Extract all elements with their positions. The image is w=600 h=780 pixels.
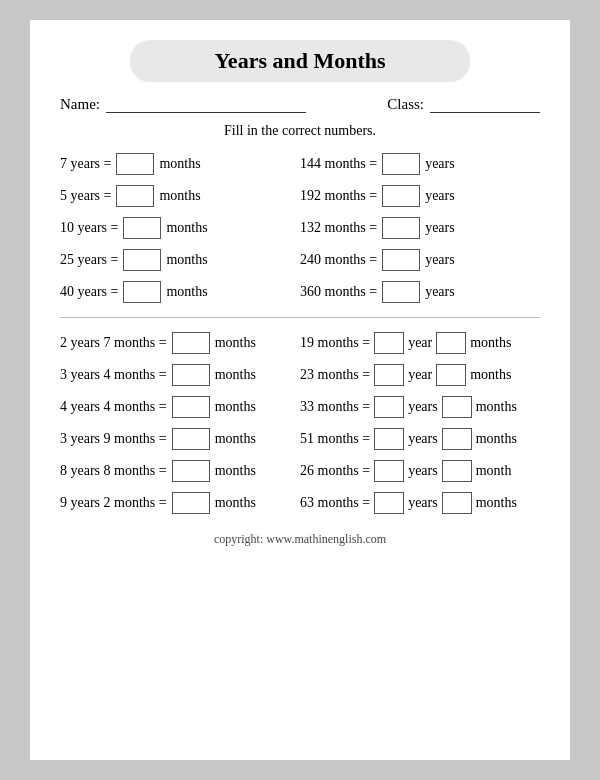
unit2-label: month	[476, 463, 512, 479]
question-label: 132 months =	[300, 220, 377, 236]
right-col: 132 months = years	[300, 217, 540, 239]
unit1-label: years	[408, 399, 438, 415]
answer-input[interactable]	[382, 185, 420, 207]
name-label: Name:	[60, 96, 100, 113]
question-label: 2 years 7 months =	[60, 335, 167, 351]
name-class-row: Name: Class:	[60, 96, 540, 113]
answer-input-1[interactable]	[374, 364, 404, 386]
unit2-label: months	[470, 367, 511, 383]
answer-input[interactable]	[172, 396, 210, 418]
left-col: 5 years = months	[60, 185, 300, 207]
left-col: 9 years 2 months = months	[60, 492, 300, 514]
question-label: 19 months =	[300, 335, 370, 351]
answer-input[interactable]	[382, 217, 420, 239]
answer-input[interactable]	[382, 281, 420, 303]
unit2-label: months	[476, 495, 517, 511]
left-col: 25 years = months	[60, 249, 300, 271]
right-col: 23 months =year months	[300, 364, 540, 386]
question-label: 3 years 4 months =	[60, 367, 167, 383]
answer-input-1[interactable]	[374, 428, 404, 450]
table-row: 8 years 8 months = months26 months =year…	[60, 460, 540, 482]
right-col: 63 months =years months	[300, 492, 540, 514]
unit-label: years	[425, 252, 455, 268]
answer-input[interactable]	[382, 153, 420, 175]
section1: 7 years = months144 months = years5 year…	[60, 153, 540, 303]
answer-input[interactable]	[172, 364, 210, 386]
instruction-text: Fill in the correct numbers.	[60, 123, 540, 139]
question-label: 8 years 8 months =	[60, 463, 167, 479]
answer-input-2[interactable]	[442, 460, 472, 482]
question-label: 4 years 4 months =	[60, 399, 167, 415]
right-col: 51 months =years months	[300, 428, 540, 450]
left-col: 7 years = months	[60, 153, 300, 175]
answer-input-2[interactable]	[442, 492, 472, 514]
question-label: 25 years =	[60, 252, 118, 268]
question-label: 360 months =	[300, 284, 377, 300]
unit2-label: months	[470, 335, 511, 351]
question-label: 40 years =	[60, 284, 118, 300]
unit-label: months	[215, 367, 256, 383]
answer-input[interactable]	[123, 217, 161, 239]
table-row: 3 years 9 months = months51 months =year…	[60, 428, 540, 450]
answer-input-1[interactable]	[374, 460, 404, 482]
answer-input-2[interactable]	[442, 428, 472, 450]
answer-input[interactable]	[172, 492, 210, 514]
right-col: 33 months =years months	[300, 396, 540, 418]
answer-input[interactable]	[116, 185, 154, 207]
question-label: 26 months =	[300, 463, 370, 479]
class-underline[interactable]	[430, 97, 540, 113]
answer-input-2[interactable]	[442, 396, 472, 418]
answer-input[interactable]	[382, 249, 420, 271]
unit-label: years	[425, 188, 455, 204]
left-col: 10 years = months	[60, 217, 300, 239]
worksheet-page: Years and Months Name: Class: Fill in th…	[30, 20, 570, 760]
answer-input[interactable]	[116, 153, 154, 175]
table-row: 2 years 7 months = months19 months =year…	[60, 332, 540, 354]
answer-input[interactable]	[123, 249, 161, 271]
question-label: 7 years =	[60, 156, 111, 172]
unit-label: years	[425, 156, 455, 172]
left-col: 3 years 9 months = months	[60, 428, 300, 450]
answer-input[interactable]	[123, 281, 161, 303]
unit2-label: months	[476, 431, 517, 447]
left-col: 4 years 4 months = months	[60, 396, 300, 418]
table-row: 7 years = months144 months = years	[60, 153, 540, 175]
name-field-row: Name:	[60, 96, 306, 113]
question-label: 23 months =	[300, 367, 370, 383]
answer-input[interactable]	[172, 460, 210, 482]
unit-label: months	[215, 463, 256, 479]
copyright-text: copyright: www.mathinenglish.com	[60, 532, 540, 547]
right-col: 240 months = years	[300, 249, 540, 271]
answer-input-1[interactable]	[374, 332, 404, 354]
left-col: 2 years 7 months = months	[60, 332, 300, 354]
page-title: Years and Months	[214, 48, 385, 73]
unit-label: months	[166, 252, 207, 268]
answer-input[interactable]	[172, 428, 210, 450]
table-row: 9 years 2 months = months63 months =year…	[60, 492, 540, 514]
unit-label: months	[215, 431, 256, 447]
question-label: 3 years 9 months =	[60, 431, 167, 447]
right-col: 26 months =years month	[300, 460, 540, 482]
unit-label: months	[215, 399, 256, 415]
name-underline[interactable]	[106, 97, 306, 113]
answer-input-1[interactable]	[374, 396, 404, 418]
right-col: 19 months =year months	[300, 332, 540, 354]
answer-input-2[interactable]	[436, 364, 466, 386]
unit-label: months	[215, 495, 256, 511]
right-col: 192 months = years	[300, 185, 540, 207]
class-field-row: Class:	[387, 96, 540, 113]
class-label: Class:	[387, 96, 424, 113]
answer-input-1[interactable]	[374, 492, 404, 514]
unit1-label: year	[408, 335, 432, 351]
answer-input-2[interactable]	[436, 332, 466, 354]
table-row: 3 years 4 months = months23 months =year…	[60, 364, 540, 386]
table-row: 25 years = months240 months = years	[60, 249, 540, 271]
unit1-label: years	[408, 431, 438, 447]
unit-label: years	[425, 220, 455, 236]
answer-input[interactable]	[172, 332, 210, 354]
question-label: 51 months =	[300, 431, 370, 447]
right-col: 360 months = years	[300, 281, 540, 303]
unit1-label: years	[408, 463, 438, 479]
unit-label: months	[215, 335, 256, 351]
table-row: 10 years = months132 months = years	[60, 217, 540, 239]
